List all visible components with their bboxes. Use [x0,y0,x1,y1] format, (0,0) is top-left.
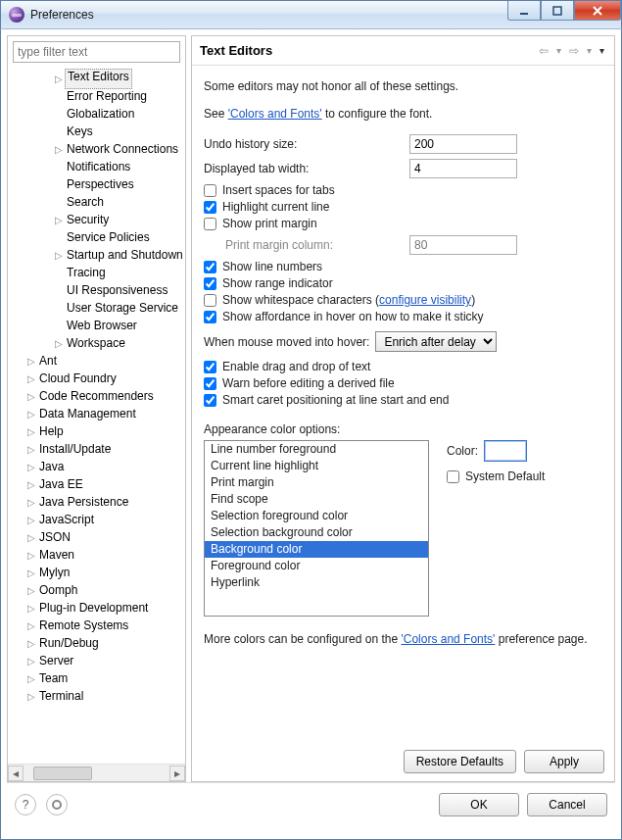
appearance-color-option[interactable]: Current line highlight [205,458,428,474]
appearance-color-option[interactable]: Selection foreground color [205,508,428,524]
tree-expand-icon[interactable]: ▷ [25,426,37,437]
appearance-color-option[interactable]: Line number foreground [205,441,428,458]
tree-item[interactable]: UI Responsiveness [12,281,185,299]
line-numbers-checkbox[interactable] [204,261,216,273]
nav-back-button[interactable]: ⇦ [537,44,550,58]
configure-visibility-link[interactable]: configure visibility [379,293,471,307]
affordance-checkbox[interactable] [204,311,216,323]
tree-item[interactable]: ▷Cloud Foundry [12,370,185,387]
tree-expand-icon[interactable]: ▷ [25,656,37,667]
tree-expand-icon[interactable]: ▷ [25,373,37,384]
tree-item[interactable]: Tracing [12,264,185,281]
tree-expand-icon[interactable]: ▷ [53,250,65,261]
undo-history-input[interactable] [409,134,517,154]
tree-expand-icon[interactable]: ▷ [53,74,65,84]
help-icon[interactable]: ? [15,794,36,815]
appearance-color-option[interactable]: Background color [205,541,428,558]
tree-item[interactable]: ▷Text Editors [12,70,185,87]
smart-caret-checkbox[interactable] [204,394,216,407]
tree-item[interactable]: ▷Run/Debug [12,634,185,652]
import-export-icon[interactable] [46,794,68,815]
tree-item[interactable]: ▷Code Recommenders [12,387,185,405]
tree-item[interactable]: ▷Maven [12,546,185,564]
color-swatch-button[interactable] [484,440,527,462]
tree-item[interactable]: Perspectives [12,175,185,193]
tree-expand-icon[interactable]: ▷ [53,215,65,225]
tree-item[interactable]: Notifications [12,158,185,175]
tree-horizontal-scrollbar[interactable]: ◂ ▸ [8,764,185,781]
tree-item[interactable]: ▷Java EE [12,475,185,493]
tree-expand-icon[interactable]: ▷ [25,515,37,525]
appearance-color-list[interactable]: Line number foregroundCurrent line highl… [204,440,429,617]
tree-item[interactable]: ▷Ant [12,352,185,370]
window-close-button[interactable] [574,1,621,21]
appearance-color-option[interactable]: Print margin [205,474,428,491]
nav-forward-menu[interactable]: ▾ [585,45,594,56]
restore-defaults-button[interactable]: Restore Defaults [404,750,516,773]
tree-item[interactable]: User Storage Service [12,299,185,317]
tree-item[interactable]: ▷Terminal [12,687,185,705]
tree-item[interactable]: ▷Startup and Shutdown [12,246,185,264]
window-minimize-button[interactable] [507,1,541,21]
tree-expand-icon[interactable]: ▷ [25,638,37,649]
drag-drop-checkbox[interactable] [204,361,216,373]
apply-button[interactable]: Apply [524,750,604,773]
appearance-color-option[interactable]: Foreground color [205,558,428,574]
tree-item[interactable]: ▷Help [12,422,185,440]
hover-select[interactable]: Enrich after delay [375,331,497,352]
window-maximize-button[interactable] [541,1,574,21]
tree-item[interactable]: Web Browser [12,317,185,334]
tree-item[interactable]: ▷Data Management [12,405,185,422]
tab-width-input[interactable] [409,159,517,178]
tree-expand-icon[interactable]: ▷ [25,673,37,684]
appearance-color-option[interactable]: Selection background color [205,524,428,541]
tree-expand-icon[interactable]: ▷ [25,550,37,561]
window-titlebar[interactable]: Preferences [0,0,622,29]
warn-derived-checkbox[interactable] [204,377,216,390]
appearance-color-option[interactable]: Hyperlink [205,574,428,591]
tree-expand-icon[interactable]: ▷ [25,532,37,543]
colors-fonts-link-2[interactable]: 'Colors and Fonts' [401,632,495,646]
tree-expand-icon[interactable]: ▷ [25,603,37,614]
tree-item[interactable]: ▷Server [12,652,185,669]
tree-item[interactable]: Service Policies [12,228,185,246]
tree-expand-icon[interactable]: ▷ [25,444,37,455]
tree-item[interactable]: ▷JavaScript [12,511,185,528]
tree-expand-icon[interactable]: ▷ [53,338,65,349]
tree-item[interactable]: ▷Team [12,669,185,687]
tree-expand-icon[interactable]: ▷ [25,691,37,702]
tree-item[interactable]: ▷Workspace [12,334,185,352]
tree-expand-icon[interactable]: ▷ [25,620,37,631]
colors-fonts-link[interactable]: 'Colors and Fonts' [228,107,322,121]
tree-item[interactable]: ▷Install/Update [12,440,185,458]
tree-item[interactable]: ▷Remote Systems [12,617,185,634]
highlight-line-checkbox[interactable] [204,201,216,214]
tree-item[interactable]: ▷Java [12,458,185,475]
system-default-checkbox[interactable] [447,470,459,483]
nav-forward-button[interactable]: ⇨ [567,44,581,58]
range-indicator-checkbox[interactable] [204,277,216,290]
insert-spaces-checkbox[interactable] [204,184,216,197]
whitespace-checkbox[interactable] [204,294,216,307]
tree-expand-icon[interactable]: ▷ [25,391,37,402]
tree-item[interactable]: Globalization [12,105,185,123]
tree-item[interactable]: ▷JSON [12,528,185,546]
nav-back-menu[interactable]: ▾ [554,45,563,56]
tree-item[interactable]: ▷Security [12,211,185,228]
tree-item[interactable]: Keys [12,123,185,140]
tree-expand-icon[interactable]: ▷ [53,144,65,155]
tree-item[interactable]: ▷Oomph [12,581,185,599]
cancel-button[interactable]: Cancel [527,793,607,816]
appearance-color-option[interactable]: Find scope [205,491,428,508]
tree-expand-icon[interactable]: ▷ [25,409,37,420]
ok-button[interactable]: OK [439,793,519,816]
tree-item[interactable]: ▷Network Connections [12,140,185,158]
tree-expand-icon[interactable]: ▷ [25,497,37,508]
tree-expand-icon[interactable]: ▷ [25,462,37,472]
tree-item[interactable]: ▷Plug-in Development [12,599,185,617]
tree-item[interactable]: ▷Mylyn [12,564,185,581]
tree-expand-icon[interactable]: ▷ [25,356,37,367]
tree-expand-icon[interactable]: ▷ [25,568,37,578]
tree-expand-icon[interactable]: ▷ [25,479,37,490]
tree-item[interactable]: Search [12,193,185,211]
